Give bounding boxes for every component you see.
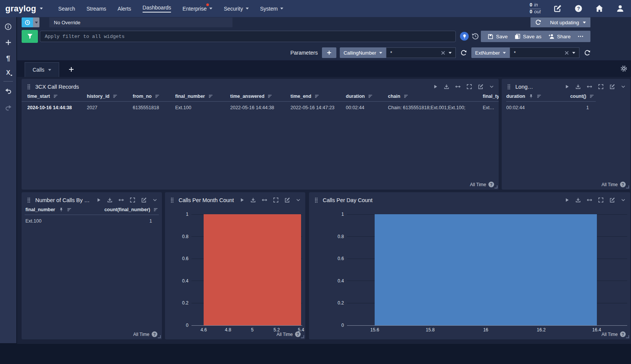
nav-item-dashboards[interactable]: Dashboards	[137, 0, 177, 17]
pin-icon[interactable]	[59, 207, 64, 212]
play-icon[interactable]	[565, 84, 570, 89]
collapse-widget-icon[interactable]	[621, 198, 626, 202]
parameter-name-dropdown[interactable]: CallingNumber	[340, 47, 386, 58]
tab-calls[interactable]: Calls	[25, 62, 59, 77]
play-icon[interactable]	[565, 198, 570, 202]
clear-icon[interactable]	[564, 50, 569, 55]
chevron-down-icon[interactable]	[449, 52, 452, 54]
formatting-icon[interactable]: ¶	[0, 54, 16, 63]
play-icon[interactable]	[96, 198, 101, 202]
edit-widget-icon[interactable]	[141, 197, 147, 203]
parameter-value-input[interactable]	[390, 50, 438, 56]
more-actions-button[interactable]	[578, 33, 584, 39]
save-button[interactable]: Save	[488, 34, 508, 39]
play-icon[interactable]	[240, 198, 245, 202]
nav-item-streams[interactable]: Streams	[81, 0, 112, 17]
refresh-controls[interactable]: Not updating	[531, 17, 590, 27]
share-button[interactable]: Share	[548, 33, 571, 39]
nav-item-alerts[interactable]: Alerts	[112, 0, 137, 17]
chart-bar[interactable]	[204, 214, 301, 325]
edit-widget-icon[interactable]	[478, 84, 483, 89]
collapse-widget-icon[interactable]	[489, 84, 494, 89]
brand-menu[interactable]: graylog	[5, 4, 43, 14]
swap-width-icon[interactable]	[587, 197, 592, 203]
download-icon[interactable]	[250, 197, 256, 203]
download-icon[interactable]	[107, 197, 113, 203]
nav-item-search[interactable]: Search	[53, 0, 81, 17]
collapse-widget-icon[interactable]	[296, 198, 301, 202]
drag-handle-icon[interactable]	[506, 84, 512, 89]
sort-icon[interactable]	[537, 94, 542, 99]
timerange-help-icon[interactable]: ?	[488, 182, 494, 187]
fullscreen-icon[interactable]	[130, 197, 135, 203]
chart-bar[interactable]	[375, 214, 596, 325]
chevron-down-icon[interactable]	[572, 52, 575, 54]
download-icon[interactable]	[444, 84, 449, 89]
swap-width-icon[interactable]	[262, 197, 267, 203]
widget-filter-input[interactable]	[40, 31, 456, 42]
clear-icon[interactable]	[441, 50, 446, 55]
drag-handle-icon[interactable]	[26, 84, 31, 89]
timerange-help-icon[interactable]: ?	[620, 182, 626, 187]
add-widget-icon[interactable]	[0, 39, 16, 46]
undo-icon[interactable]	[0, 88, 16, 94]
timerange-help-icon[interactable]: ?	[620, 331, 626, 337]
save-as-button[interactable]: Save as	[515, 34, 542, 39]
nav-item-enterprise[interactable]: Enterprise	[177, 0, 218, 17]
sort-icon[interactable]	[590, 94, 594, 99]
drag-handle-icon[interactable]	[26, 198, 31, 203]
query-history-icon[interactable]	[472, 33, 479, 40]
play-icon[interactable]	[433, 84, 438, 89]
add-tab-button[interactable]	[66, 63, 77, 75]
swap-width-icon[interactable]	[587, 84, 592, 89]
sort-icon[interactable]	[268, 94, 272, 99]
time-range-value[interactable]: No Override	[49, 17, 232, 27]
sort-icon[interactable]	[404, 94, 408, 99]
sort-icon[interactable]	[315, 94, 319, 99]
time-range-button[interactable]	[22, 17, 39, 27]
collapse-widget-icon[interactable]	[621, 84, 626, 89]
drag-handle-icon[interactable]	[170, 198, 175, 203]
download-icon[interactable]	[575, 197, 581, 203]
nav-item-system[interactable]: System	[254, 0, 289, 17]
timerange-help-icon[interactable]: ?	[152, 331, 157, 337]
refresh-icon[interactable]	[535, 19, 541, 25]
info-icon[interactable]	[0, 23, 16, 30]
clock-icon[interactable]	[22, 17, 33, 27]
swap-width-icon[interactable]	[118, 197, 124, 203]
parameter-name-dropdown[interactable]: ExtNumber	[471, 47, 510, 58]
parameter-refresh-icon[interactable]	[460, 50, 467, 56]
sort-icon[interactable]	[53, 94, 58, 99]
sort-icon[interactable]	[209, 94, 213, 99]
sort-icon[interactable]	[368, 94, 373, 99]
drag-handle-icon[interactable]	[314, 198, 319, 203]
edit-icon[interactable]	[554, 5, 562, 13]
nav-item-security[interactable]: Security	[218, 0, 254, 17]
table-row[interactable]: 00:02:44 1	[506, 102, 596, 113]
user-icon[interactable]	[616, 5, 624, 13]
home-icon[interactable]	[595, 5, 603, 13]
fields-icon[interactable]: X	[0, 69, 16, 76]
filter-button[interactable]	[22, 30, 38, 43]
fullscreen-icon[interactable]	[598, 84, 604, 89]
edit-widget-icon[interactable]	[284, 197, 290, 203]
sort-icon[interactable]	[67, 207, 72, 212]
pin-icon[interactable]	[529, 94, 534, 99]
collapse-widget-icon[interactable]	[152, 198, 157, 202]
table-row[interactable]: Ext.100 1	[25, 215, 159, 226]
redo-icon[interactable]	[0, 104, 16, 111]
fullscreen-icon[interactable]	[273, 197, 279, 203]
help-icon[interactable]: ?	[574, 5, 582, 13]
time-range-caret[interactable]	[33, 17, 39, 27]
swap-width-icon[interactable]	[455, 84, 461, 89]
table-row[interactable]: 2024-10-16 14:44:38 2027 6135551818 Ext.…	[22, 102, 499, 113]
hint-bulb-icon[interactable]	[460, 32, 469, 41]
fullscreen-icon[interactable]	[598, 197, 604, 203]
parameter-refresh-icon[interactable]	[584, 50, 590, 56]
fullscreen-icon[interactable]	[466, 84, 472, 89]
edit-widget-icon[interactable]	[609, 84, 615, 89]
sort-icon[interactable]	[155, 94, 160, 99]
parameter-value-input[interactable]	[514, 50, 561, 56]
add-parameter-button[interactable]	[322, 47, 336, 58]
gear-icon[interactable]	[620, 65, 627, 72]
